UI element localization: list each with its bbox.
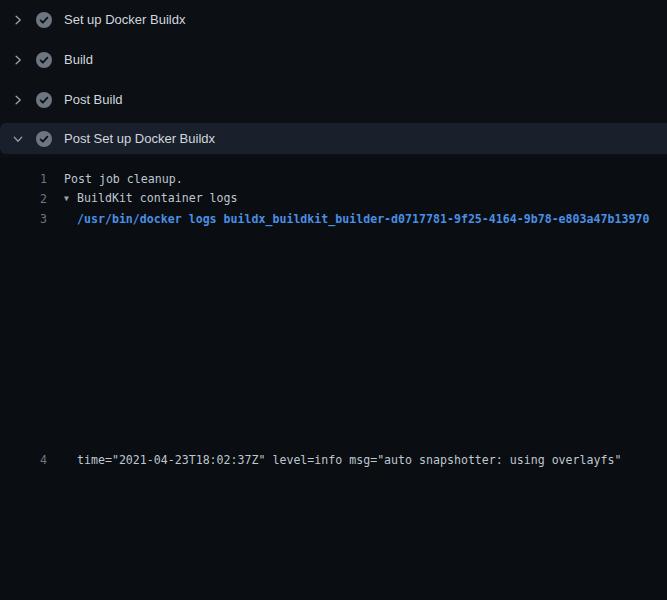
log-pane: 1Post job cleanup.2▼BuildKit container l… [0,158,667,600]
log-line[interactable]: 2▼BuildKit container logs [0,189,667,209]
step-row-3[interactable]: Post Set up Docker Buildx [0,123,667,154]
log-line: 1Post job cleanup. [0,169,667,189]
step-title: Post Build [64,92,123,108]
line-number[interactable]: 2 [0,189,47,209]
steps-list: Set up Docker BuildxBuildPost BuildPost … [0,0,667,154]
log-text: time="2021-04-23T18:02:37Z" level=info m… [77,450,621,470]
step-title: Build [64,52,93,68]
line-number[interactable]: 1 [0,169,47,189]
check-circle-icon [36,131,52,147]
check-circle-icon [36,52,52,68]
chevron-right-icon [12,94,24,106]
step-row-0[interactable]: Set up Docker Buildx [0,0,667,40]
check-circle-icon [36,92,52,108]
chevron-right-icon [12,14,24,26]
log-line: 3/usr/bin/docker logs buildx_buildkit_bu… [0,209,667,229]
step-row-1[interactable]: Build [0,40,667,80]
group-label: BuildKit container logs [77,191,238,205]
chevron-right-icon [12,54,24,66]
log-line: 4time="2021-04-23T18:02:37Z" level=info … [0,229,667,600]
group-caret-icon[interactable]: ▼ [64,189,77,209]
check-circle-icon [36,12,52,28]
log-text: Post job cleanup. [64,169,183,189]
actions-log-viewer: Set up Docker BuildxBuildPost BuildPost … [0,0,667,600]
step-title: Post Set up Docker Buildx [64,131,215,147]
line-number[interactable]: 3 [0,209,47,229]
line-number[interactable]: 4 [0,450,47,470]
group-text: ▼BuildKit container logs [64,188,238,210]
command-text: /usr/bin/docker logs buildx_buildkit_bui… [77,209,649,229]
step-title: Set up Docker Buildx [64,12,185,28]
step-row-2[interactable]: Post Build [0,80,667,120]
chevron-down-icon [12,133,24,145]
